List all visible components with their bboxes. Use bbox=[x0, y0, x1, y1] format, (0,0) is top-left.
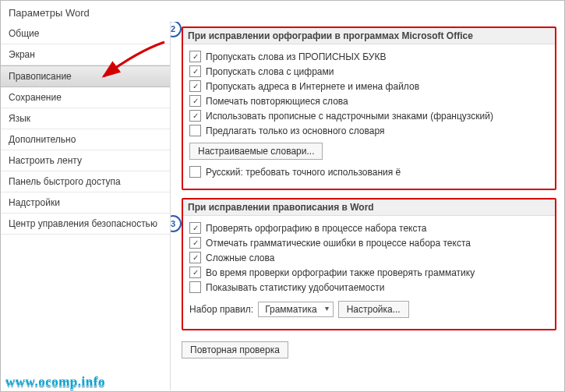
opt-label: Сложные слова bbox=[206, 253, 274, 263]
opt-uppercase[interactable]: Пропускать слова из ПРОПИСНЫХ БУКВ bbox=[189, 51, 549, 62]
nav-qat[interactable]: Панель быстрого доступа bbox=[1, 171, 170, 192]
opt-mark-grammar[interactable]: Отмечать грамматические ошибки в процесс… bbox=[189, 237, 549, 249]
rule-set-value: Грамматика bbox=[265, 304, 316, 315]
rule-set-label: Набор правил: bbox=[189, 304, 253, 315]
rule-set-row: Набор правил: Грамматика Настройка... bbox=[189, 298, 549, 321]
nav-advanced[interactable]: Дополнительно bbox=[1, 129, 170, 150]
checkbox-icon[interactable] bbox=[189, 252, 201, 263]
body: Общие Экран Правописание Сохранение Язык… bbox=[1, 22, 564, 390]
opt-label: Предлагать только из основного словаря bbox=[206, 125, 384, 136]
rule-set-select[interactable]: Грамматика bbox=[258, 302, 333, 317]
section2-title: При исправлении правописания в Word bbox=[183, 200, 555, 216]
opt-repeated[interactable]: Помечать повторяющиеся слова bbox=[189, 95, 549, 107]
nav-trust[interactable]: Центр управления безопасностью bbox=[1, 214, 170, 235]
opt-label: Помечать повторяющиеся слова bbox=[206, 96, 348, 107]
opt-label: Пропускать слова с цифрами bbox=[206, 66, 334, 77]
opt-label: Русский: требовать точного использования… bbox=[206, 167, 401, 178]
nav-proofing[interactable]: Правописание bbox=[1, 65, 170, 87]
opt-label: Использовать прописные с надстрочными зн… bbox=[206, 111, 493, 122]
checkbox-icon[interactable] bbox=[189, 267, 201, 278]
checkbox-icon[interactable] bbox=[189, 222, 201, 234]
checkbox-icon[interactable] bbox=[189, 80, 201, 92]
opt-label: Во время проверки орфографии также прове… bbox=[206, 267, 475, 278]
nav-ribbon[interactable]: Настроить ленту bbox=[1, 150, 170, 171]
checkbox-icon[interactable] bbox=[189, 65, 201, 77]
opt-readability[interactable]: Показывать статистику удобочитаемости bbox=[189, 281, 549, 293]
section-word-proofing: При исправлении правописания в Word Пров… bbox=[182, 198, 556, 330]
nav-display[interactable]: Экран bbox=[1, 44, 170, 65]
opt-label: Показывать статистику удобочитаемости bbox=[206, 282, 384, 293]
rule-settings-button[interactable]: Настройка... bbox=[338, 301, 409, 318]
opt-russian-yo[interactable]: Русский: требовать точного использования… bbox=[189, 166, 549, 178]
opt-label: Проверять орфографию в процессе набора т… bbox=[206, 223, 427, 234]
opt-label: Отмечать грамматические ошибки в процесс… bbox=[206, 238, 471, 249]
checkbox-icon[interactable] bbox=[189, 110, 201, 122]
opt-maindict[interactable]: Предлагать только из основного словаря bbox=[189, 125, 549, 136]
opt-french[interactable]: Использовать прописные с надстрочными зн… bbox=[189, 110, 549, 122]
opt-check-spelling[interactable]: Проверять орфографию в процессе набора т… bbox=[189, 222, 549, 234]
checkbox-icon[interactable] bbox=[189, 51, 201, 62]
checkbox-icon[interactable] bbox=[189, 237, 201, 249]
options-window: Параметры Word Общие Экран Правописание … bbox=[0, 0, 565, 392]
nav-addins[interactable]: Надстройки bbox=[1, 192, 170, 214]
annotation-badge-3: 3 bbox=[171, 215, 182, 232]
custom-dictionaries-button[interactable]: Настраиваемые словари... bbox=[189, 143, 323, 160]
opt-compound[interactable]: Сложные слова bbox=[189, 252, 549, 263]
checkbox-icon[interactable] bbox=[189, 95, 201, 107]
opt-label: Пропускать слова из ПРОПИСНЫХ БУКВ bbox=[206, 51, 386, 62]
main-panel: 1 2 При исправлении орфографии в програм… bbox=[171, 22, 564, 390]
checkbox-icon[interactable] bbox=[189, 125, 201, 136]
recheck-button[interactable]: Повторная проверка bbox=[182, 341, 288, 358]
sidebar: Общие Экран Правописание Сохранение Язык… bbox=[1, 22, 171, 390]
nav-save[interactable]: Сохранение bbox=[1, 87, 170, 108]
nav-general[interactable]: Общие bbox=[1, 23, 170, 44]
opt-label: Пропускать адреса в Интернете и имена фа… bbox=[206, 81, 419, 92]
opt-urls[interactable]: Пропускать адреса в Интернете и имена фа… bbox=[189, 80, 549, 92]
nav-language[interactable]: Язык bbox=[1, 108, 170, 129]
checkbox-icon[interactable] bbox=[189, 281, 201, 293]
section1-title: При исправлении орфографии в программах … bbox=[183, 28, 555, 44]
section-office-spelling: При исправлении орфографии в программах … bbox=[182, 26, 556, 190]
checkbox-icon[interactable] bbox=[189, 166, 201, 178]
window-title: Параметры Word bbox=[1, 1, 564, 22]
watermark: www.ocomp.info bbox=[5, 374, 105, 390]
opt-grammar-with-spell[interactable]: Во время проверки орфографии также прове… bbox=[189, 267, 549, 278]
opt-numbers[interactable]: Пропускать слова с цифрами bbox=[189, 65, 549, 77]
annotation-badge-2: 2 bbox=[171, 22, 182, 37]
